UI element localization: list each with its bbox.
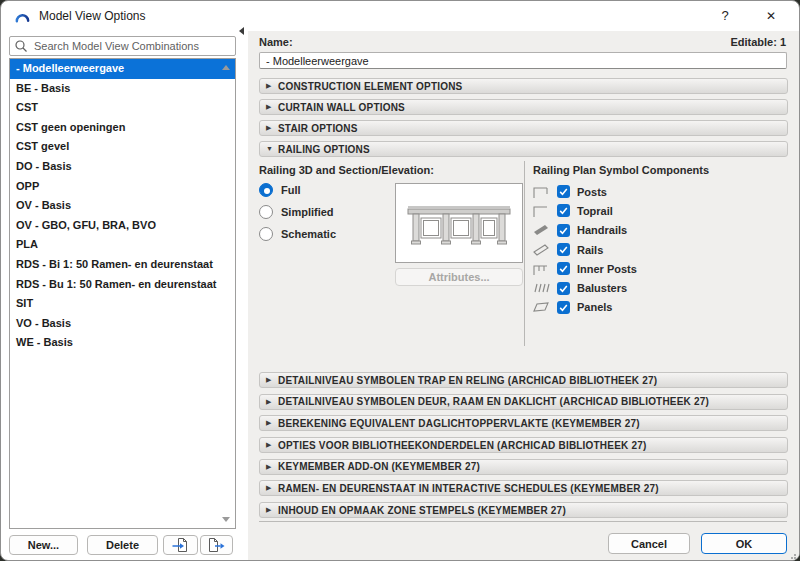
scroll-down-icon[interactable] bbox=[222, 517, 230, 522]
chevron-right-icon: ▶ bbox=[266, 99, 278, 115]
component-row: Inner Posts bbox=[532, 259, 637, 278]
toprail-icon bbox=[532, 203, 552, 219]
section-header[interactable]: ▶KEYMEMBER ADD-ON (KEYMEMBER 27) bbox=[259, 459, 788, 475]
chevron-down-icon: ▼ bbox=[266, 141, 278, 157]
section-header[interactable]: ▶CONSTRUCTION ELEMENT OPTIONS bbox=[259, 78, 788, 94]
name-label: Name: bbox=[259, 36, 293, 48]
list-item[interactable]: PLA bbox=[10, 235, 235, 255]
section-header[interactable]: ▶DETAILNIVEAU SYMBOLEN TRAP EN RELING (A… bbox=[259, 372, 788, 388]
editable-count: Editable: 1 bbox=[730, 36, 786, 48]
list-item[interactable]: RDS - Bi 1: 50 Ramen- en deurenstaat bbox=[10, 255, 235, 275]
rails-icon bbox=[532, 242, 552, 258]
scroll-up-icon[interactable] bbox=[222, 65, 230, 70]
model-view-options-dialog: Model View Options ? ✕ - Modelleerweerga… bbox=[0, 0, 800, 561]
checkbox[interactable] bbox=[557, 185, 570, 198]
title-bar[interactable]: Model View Options ? ✕ bbox=[1, 1, 799, 31]
list-item[interactable]: - Modelleerweergave bbox=[10, 59, 235, 79]
collapsed-sections-top: ▶CONSTRUCTION ELEMENT OPTIONS▶CURTAIN WA… bbox=[259, 78, 788, 141]
resize-grip[interactable] bbox=[786, 549, 797, 560]
list-item[interactable]: BE - Basis bbox=[10, 79, 235, 99]
checkbox[interactable] bbox=[557, 262, 570, 275]
component-row: Handrails bbox=[532, 221, 637, 240]
chevron-right-icon: ▶ bbox=[266, 394, 278, 410]
handrails-icon bbox=[532, 222, 552, 238]
checkbox[interactable] bbox=[557, 301, 570, 314]
list-item[interactable]: WE - Basis bbox=[10, 333, 235, 353]
delete-button[interactable]: Delete bbox=[87, 535, 158, 555]
collapsed-sections-bottom: ▶DETAILNIVEAU SYMBOLEN TRAP EN RELING (A… bbox=[259, 372, 788, 524]
list-item[interactable]: DO - Basis bbox=[10, 157, 235, 177]
export-icon[interactable] bbox=[200, 535, 233, 555]
balusters-icon bbox=[532, 280, 552, 296]
component-row: Posts bbox=[532, 182, 637, 201]
list-item[interactable]: CST gevel bbox=[10, 137, 235, 157]
section-header[interactable]: ▶RAMEN- EN DEURENSTAAT IN INTERACTIVE SC… bbox=[259, 480, 788, 496]
chevron-right-icon: ▶ bbox=[266, 120, 278, 136]
railing-components-checklist: PostsToprailHandrailsRailsInner PostsBal… bbox=[532, 182, 637, 317]
ok-button[interactable]: OK bbox=[701, 533, 787, 554]
railing-preview bbox=[395, 183, 523, 263]
list-item[interactable]: SIT bbox=[10, 294, 235, 314]
list-item[interactable]: OV - GBO, GFU, BRA, BVO bbox=[10, 216, 235, 236]
new-button[interactable]: New... bbox=[9, 535, 78, 555]
section-header[interactable]: ▶OPTIES VOOR BIBLIOTHEEKONDERDELEN (ARCH… bbox=[259, 437, 788, 453]
section-header[interactable]: ▶CURTAIN WALL OPTIONS bbox=[259, 99, 788, 115]
archicad-logo-icon bbox=[14, 8, 31, 25]
cancel-button[interactable]: Cancel bbox=[608, 533, 690, 554]
inner-posts-icon bbox=[532, 261, 552, 277]
chevron-right-icon: ▶ bbox=[266, 372, 278, 388]
radio-option[interactable]: Full bbox=[259, 179, 336, 201]
railing-mode-radio-group: FullSimplifiedSchematic bbox=[259, 179, 336, 245]
collapse-sidebar-icon[interactable] bbox=[239, 27, 244, 35]
chevron-right-icon: ▶ bbox=[266, 502, 278, 518]
radio-option[interactable]: Schematic bbox=[259, 223, 336, 245]
settings-panel: Name: Editable: 1 ▶CONSTRUCTION ELEMENT … bbox=[248, 31, 799, 561]
section-header[interactable]: ▶STAIR OPTIONS bbox=[259, 120, 788, 136]
radio-icon[interactable] bbox=[259, 205, 273, 219]
panels-icon bbox=[532, 299, 552, 315]
search-input[interactable] bbox=[9, 36, 236, 56]
list-item[interactable]: CST bbox=[10, 98, 235, 118]
close-icon[interactable]: ✕ bbox=[755, 4, 787, 28]
section-railing-options[interactable]: ▼ RAILING OPTIONS bbox=[259, 141, 788, 157]
list-item[interactable]: RDS - Bu 1: 50 Ramen- en deurenstaat bbox=[10, 275, 235, 295]
column-divider bbox=[524, 161, 525, 346]
attributes-button[interactable]: Attributes... bbox=[395, 268, 523, 286]
chevron-right-icon: ▶ bbox=[266, 437, 278, 453]
search-icon bbox=[14, 39, 28, 53]
name-field[interactable] bbox=[259, 52, 787, 69]
posts-icon bbox=[532, 184, 552, 200]
radio-icon[interactable] bbox=[259, 183, 273, 197]
section-header[interactable]: ▶INHOUD EN OPMAAK ZONE STEMPELS (KEYMEMB… bbox=[259, 502, 788, 518]
list-item[interactable]: CST geen openingen bbox=[10, 118, 235, 138]
radio-icon[interactable] bbox=[259, 227, 273, 241]
dialog-title: Model View Options bbox=[39, 1, 146, 31]
railing-mode-label: Railing 3D and Section/Elevation: bbox=[259, 164, 434, 176]
help-button[interactable]: ? bbox=[709, 4, 741, 28]
chevron-right-icon: ▶ bbox=[266, 415, 278, 431]
search-box bbox=[9, 36, 236, 56]
chevron-right-icon: ▶ bbox=[266, 78, 278, 94]
component-row: Panels bbox=[532, 298, 637, 317]
import-icon[interactable] bbox=[163, 535, 198, 555]
radio-option[interactable]: Simplified bbox=[259, 201, 336, 223]
section-header[interactable]: ▶BEREKENING EQUIVALENT DAGLICHTOPPERVLAK… bbox=[259, 415, 788, 431]
chevron-right-icon: ▶ bbox=[266, 480, 278, 496]
list-item[interactable]: VO - Basis bbox=[10, 314, 235, 334]
list-item[interactable]: OV - Basis bbox=[10, 196, 235, 216]
chevron-right-icon: ▶ bbox=[266, 459, 278, 475]
footer-divider bbox=[259, 521, 787, 522]
section-header[interactable]: ▶DETAILNIVEAU SYMBOLEN DEUR, RAAM EN DAK… bbox=[259, 394, 788, 410]
component-row: Rails bbox=[532, 240, 637, 259]
checkbox[interactable] bbox=[557, 282, 570, 295]
checkbox[interactable] bbox=[557, 204, 570, 217]
checkbox[interactable] bbox=[557, 243, 570, 256]
list-item[interactable]: OPP bbox=[10, 177, 235, 197]
component-row: Balusters bbox=[532, 278, 637, 297]
components-label: Railing Plan Symbol Components bbox=[533, 164, 709, 176]
checkbox[interactable] bbox=[557, 224, 570, 237]
model-view-combinations-list[interactable]: - ModelleerweergaveBE - BasisCSTCST geen… bbox=[9, 58, 236, 529]
component-row: Toprail bbox=[532, 201, 637, 220]
